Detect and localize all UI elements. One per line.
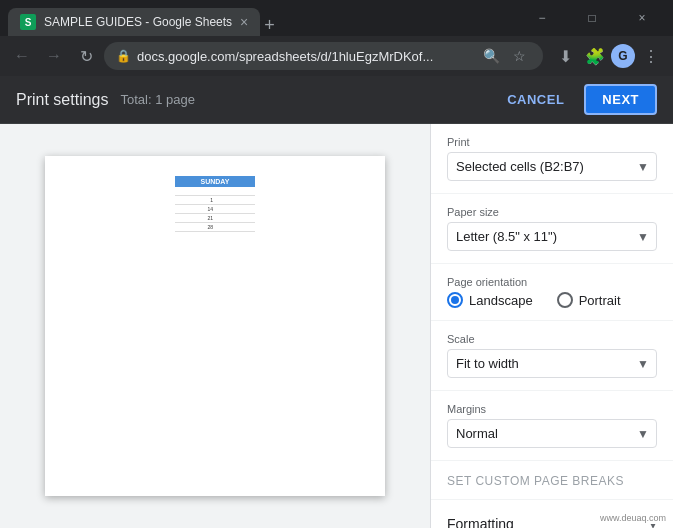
reload-button[interactable]: ↻ — [72, 42, 100, 70]
landscape-option[interactable]: Landscape — [447, 292, 533, 308]
ss-cell — [175, 187, 215, 195]
print-header: Print settings Total: 1 page CANCEL NEXT — [0, 76, 673, 124]
paper-size-group: Paper size Letter (8.5" x 11") ▼ — [431, 194, 673, 264]
next-button[interactable]: NEXT — [584, 84, 657, 115]
new-tab-button[interactable]: + — [264, 15, 275, 36]
orientation-options: Landscape Portrait — [447, 292, 657, 308]
title-bar: S SAMPLE GUIDES - Google Sheets × + − □ … — [0, 0, 673, 36]
custom-breaks-label[interactable]: SET CUSTOM PAGE BREAKS — [447, 474, 624, 488]
print-select-wrapper: Selected cells (B2:B7) ▼ — [447, 152, 657, 181]
active-tab[interactable]: S SAMPLE GUIDES - Google Sheets × — [8, 8, 260, 36]
orientation-group: Page orientation Landscape Portrait — [431, 264, 673, 321]
profile-avatar[interactable]: G — [611, 44, 635, 68]
tab-close-button[interactable]: × — [240, 14, 248, 30]
bookmark-icon[interactable]: ☆ — [507, 44, 531, 68]
scale-select[interactable]: Fit to width — [447, 349, 657, 378]
portrait-radio[interactable] — [557, 292, 573, 308]
scale-select-wrapper: Fit to width ▼ — [447, 349, 657, 378]
landscape-label: Landscape — [469, 293, 533, 308]
portrait-label: Portrait — [579, 293, 621, 308]
print-settings-title: Print settings — [16, 91, 108, 109]
minimize-button[interactable]: − — [519, 2, 565, 34]
paper-size-select[interactable]: Letter (8.5" x 11") — [447, 222, 657, 251]
margins-select-wrapper: Normal ▼ — [447, 419, 657, 448]
search-icon[interactable]: 🔍 — [479, 44, 503, 68]
extensions-icon[interactable]: 🧩 — [581, 42, 609, 70]
download-icon[interactable]: ⬇ — [551, 42, 579, 70]
ss-cell: 1 — [175, 196, 215, 204]
preview-area: SUNDAY 1 14 21 28 — [0, 124, 430, 528]
ss-cell: 28 — [175, 223, 215, 231]
close-button[interactable]: × — [619, 2, 665, 34]
ss-row-4: 21 — [175, 214, 255, 223]
scale-label: Scale — [447, 333, 657, 345]
formatting-label: Formatting — [447, 516, 514, 529]
tab-title: SAMPLE GUIDES - Google Sheets — [44, 15, 232, 29]
ss-cell: 14 — [175, 205, 215, 213]
lock-icon: 🔒 — [116, 49, 131, 63]
watermark: www.deuaq.com — [597, 512, 669, 524]
url-text: docs.google.com/spreadsheets/d/1hluEgzMr… — [137, 49, 473, 64]
ss-row-1 — [175, 187, 255, 196]
url-box[interactable]: 🔒 docs.google.com/spreadsheets/d/1hluEgz… — [104, 42, 543, 70]
ss-cell: 21 — [175, 214, 215, 222]
menu-icon[interactable]: ⋮ — [637, 42, 665, 70]
print-content: SUNDAY 1 14 21 28 Pr — [0, 124, 673, 528]
print-setting-group: Print Selected cells (B2:B7) ▼ — [431, 124, 673, 194]
orientation-label: Page orientation — [447, 276, 657, 288]
spreadsheet-preview: SUNDAY 1 14 21 28 — [175, 176, 255, 232]
portrait-option[interactable]: Portrait — [557, 292, 621, 308]
url-actions: 🔍 ☆ — [479, 44, 531, 68]
paper-size-select-wrapper: Letter (8.5" x 11") ▼ — [447, 222, 657, 251]
paper-size-label: Paper size — [447, 206, 657, 218]
ss-row-3: 14 — [175, 205, 255, 214]
tab-favicon: S — [20, 14, 36, 30]
tab-area: S SAMPLE GUIDES - Google Sheets × + — [8, 0, 511, 36]
print-label: Print — [447, 136, 657, 148]
maximize-button[interactable]: □ — [569, 2, 615, 34]
ss-row-5: 28 — [175, 223, 255, 232]
custom-page-breaks[interactable]: SET CUSTOM PAGE BREAKS — [431, 461, 673, 500]
margins-select[interactable]: Normal — [447, 419, 657, 448]
window-controls: − □ × — [519, 2, 665, 34]
cancel-button[interactable]: CANCEL — [495, 86, 576, 113]
forward-button[interactable]: → — [40, 42, 68, 70]
back-button[interactable]: ← — [8, 42, 36, 70]
margins-group: Margins Normal ▼ — [431, 391, 673, 461]
settings-panel: Print Selected cells (B2:B7) ▼ Paper siz… — [430, 124, 673, 528]
scale-group: Scale Fit to width ▼ — [431, 321, 673, 391]
header-actions: CANCEL NEXT — [495, 84, 657, 115]
address-bar: ← → ↻ 🔒 docs.google.com/spreadsheets/d/1… — [0, 36, 673, 76]
print-select[interactable]: Selected cells (B2:B7) — [447, 152, 657, 181]
landscape-radio[interactable] — [447, 292, 463, 308]
ss-row-2: 1 — [175, 196, 255, 205]
margins-label: Margins — [447, 403, 657, 415]
page-count: Total: 1 page — [120, 92, 194, 107]
browser-toolbar: ⬇ 🧩 G ⋮ — [551, 42, 665, 70]
page-preview: SUNDAY 1 14 21 28 — [45, 156, 385, 496]
landscape-radio-dot — [451, 296, 459, 304]
spreadsheet-header: SUNDAY — [175, 176, 255, 187]
